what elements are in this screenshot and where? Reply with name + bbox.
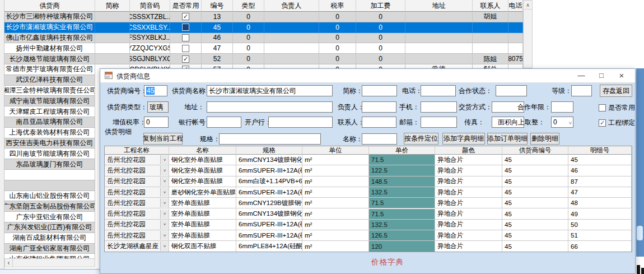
supplier-name-input[interactable]: 长沙市潇湘玻璃实业有限公司 — [207, 85, 333, 96]
detail-cell-supplier_no[interactable]: 45 — [502, 187, 568, 198]
cell-manager[interactable] — [264, 54, 319, 64]
locate-by-condition-button[interactable]: 按条件定位 — [404, 133, 438, 145]
detail-cell-detail_no[interactable]: 47 — [568, 187, 632, 198]
column-header-contact[interactable]: 联系人 — [473, 0, 508, 12]
cell-manager[interactable] — [264, 22, 319, 33]
supplier-list-item[interactable] — [4, 170, 95, 180]
supplier-list-item[interactable]: 四川南玻节能玻璃有限公司 — [4, 148, 95, 159]
vat-rate-input[interactable]: 0 — [144, 117, 169, 128]
detail-cell-price[interactable]: 126.5 — [369, 230, 435, 241]
abbr-input[interactable] — [362, 85, 397, 96]
detail-cell-spec[interactable]: 6mmSUPER-III+12A(硅... — [236, 187, 302, 198]
column-header-code[interactable]: 简音码 — [130, 0, 170, 12]
coop-years-input[interactable] — [551, 101, 573, 113]
supplier-list-item[interactable]: 广东兴发铝业(江西)有限公司 — [4, 222, 95, 233]
detail-cell-unit[interactable]: m² — [302, 177, 369, 187]
mobile-input[interactable] — [421, 101, 457, 113]
bank-account-input[interactable] — [207, 117, 241, 128]
detail-cell-color[interactable]: 异地合片 — [435, 165, 502, 176]
cell-fee[interactable]: 0 — [356, 43, 405, 54]
detail-cell-name[interactable]: 室外单面贴膜 — [169, 198, 236, 208]
cell-type[interactable]: 0 — [233, 43, 264, 54]
detail-cell-unit[interactable]: m² — [302, 155, 369, 165]
detail-cell-color[interactable]: 异地合片 — [435, 230, 502, 241]
grade-input[interactable] — [571, 85, 592, 96]
detail-cell-spec[interactable]: 6mmCNY129B镀膜钢化 — [236, 198, 302, 208]
cell-phone[interactable] — [508, 33, 523, 44]
cell-tax[interactable]: 0 — [319, 33, 356, 44]
detail-cell-project[interactable]: 岳州北控花园˅ — [105, 155, 169, 165]
supplier-list-item[interactable]: 西安佳吉美电力科技有限公司 — [4, 138, 95, 149]
detail-cell-detail_no[interactable]: 48 — [568, 198, 632, 208]
detail-cell-spec[interactable]: 6mm白玻+1.14PVB+6mm... — [236, 177, 302, 187]
cell-addr[interactable] — [405, 43, 473, 54]
detail-cell-color[interactable]: 异地合片 — [435, 198, 502, 208]
common-use-checkbox[interactable]: ✓ — [182, 13, 189, 20]
cell-contact[interactable] — [473, 22, 508, 33]
detail-cell-project[interactable]: 岳州北控花园˅ — [105, 220, 169, 230]
cell-contact[interactable] — [473, 43, 508, 54]
detail-cell-price[interactable]: 71.5 — [369, 198, 435, 208]
list-horizontal-scrollbar[interactable] — [4, 258, 95, 267]
detail-cell-project[interactable]: 岳州北控花园˅ — [105, 198, 169, 208]
cell-fee[interactable]: 0 — [356, 54, 405, 64]
supplier-list-item[interactable]: 山东南山铝业股份有限公司 — [4, 191, 95, 202]
cell-common[interactable]: ✓ — [170, 12, 202, 22]
grid-vertical-scrollbar[interactable] — [523, 0, 533, 68]
detail-cell-color[interactable]: 异地合片 — [435, 155, 502, 165]
detail-cell-color[interactable]: 异地合片 — [435, 241, 502, 252]
column-header-phone[interactable]: 电话 — [508, 0, 523, 12]
cell-id[interactable]: 47 — [202, 43, 233, 54]
detail-cell-price[interactable]: 122.5 — [369, 165, 435, 176]
cell-type[interactable]: 0 — [233, 54, 264, 64]
detail-cell-detail_no[interactable]: 45 — [568, 155, 632, 165]
column-header-common[interactable]: 是否常用 — [170, 0, 202, 12]
column-header-type[interactable]: 类型 — [233, 0, 264, 12]
dialog-titlebar[interactable]: 供货商信息 — □ × — [100, 69, 635, 83]
cell-code[interactable]: YZZQJCYXGS — [130, 43, 170, 54]
detail-cell-detail_no[interactable]: 46 — [568, 165, 632, 176]
detail-cell-detail_no[interactable]: 87 — [568, 177, 632, 187]
detail-cell-spec[interactable]: 6mmCNY134镀膜钢化 — [236, 209, 302, 220]
add-dictionary-detail-button[interactable]: 添加字典明细 — [442, 133, 485, 145]
detail-cell-price[interactable]: 71.5 — [369, 209, 435, 220]
detail-cell-name[interactable]: 钢化室外单面贴膜 — [169, 155, 236, 165]
detail-cell-project[interactable]: 岳州北控花园˅ — [105, 230, 169, 241]
cell-id[interactable]: 46 — [202, 33, 233, 44]
common-use-checkbox[interactable] — [182, 45, 189, 52]
list-scroll-left-button[interactable]: ‹ — [4, 258, 13, 267]
detail-cell-name[interactable]: 钢化室外单面贴膜 — [169, 165, 236, 176]
supplier-list-item[interactable]: 湘潭三金特种玻璃有限责任公司 — [4, 86, 95, 96]
detail-cell-supplier_no[interactable]: 45 — [502, 165, 568, 176]
detail-cell-unit[interactable]: m² — [302, 187, 369, 198]
detail-header-name[interactable]: 名称 — [169, 146, 236, 155]
cell-addr[interactable] — [405, 33, 473, 44]
cell-fee[interactable]: 0 — [356, 12, 405, 22]
spec-filter-input[interactable] — [219, 133, 321, 145]
coop-status-input[interactable] — [496, 85, 527, 96]
minimize-button[interactable]: — — [572, 69, 590, 82]
column-header-addr[interactable]: 地址 — [405, 0, 473, 12]
cell-id[interactable]: 13 — [202, 12, 233, 22]
detail-cell-project[interactable]: 岳州北控花园˅ — [105, 177, 169, 187]
cell-abbr[interactable] — [95, 54, 130, 64]
cell-type[interactable]: 0 — [233, 22, 264, 33]
detail-cell-color[interactable]: 异地合片 — [435, 209, 502, 220]
detail-cell-detail_no[interactable]: 49 — [568, 209, 632, 220]
detail-cell-name[interactable]: 室外单面贴膜 — [169, 209, 236, 220]
scrollbar-thumb[interactable] — [637, 226, 643, 240]
cell-code[interactable]: CSSGJNBLYXGS — [130, 54, 170, 64]
detail-cell-spec[interactable]: 6mmSUPER-III+12A(硅... — [236, 220, 302, 230]
cell-abbr[interactable] — [95, 33, 130, 44]
supplier-no-input[interactable]: 45 — [144, 85, 167, 96]
cell-phone[interactable] — [508, 43, 523, 54]
address-input[interactable] — [207, 101, 333, 113]
supplier-list-item[interactable]: 湖南广亚全铝家居有限公司 — [4, 244, 95, 254]
detail-cell-spec[interactable]: 6mmPLE84+12A(硅酮胶... — [236, 241, 302, 252]
supplier-list-item[interactable]: 广东坚朗五金制品股份有限公司 — [4, 201, 95, 212]
detail-header-color[interactable]: 颜色 — [435, 146, 502, 155]
detail-cell-price[interactable]: 71.5 — [369, 155, 435, 165]
add-order-detail-button[interactable]: 添加订单明细 — [487, 133, 528, 145]
cell-fee[interactable]: 0 — [356, 22, 405, 33]
detail-cell-supplier_no[interactable]: 45 — [502, 230, 568, 241]
